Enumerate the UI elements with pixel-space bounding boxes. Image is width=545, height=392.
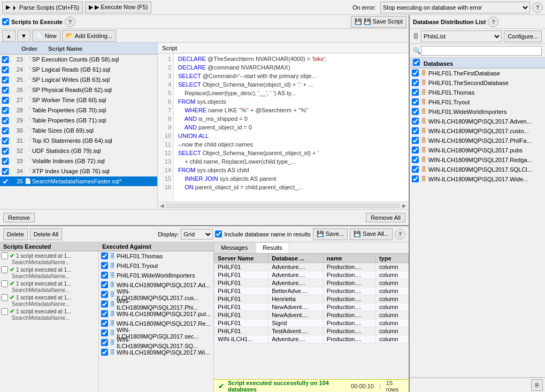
parse-scripts-button[interactable]: ▶ ⏵ Parse Scripts (Ctrl+F5) <box>2 2 83 13</box>
new-script-button[interactable]: 📄 New <box>32 30 60 42</box>
script-checkbox[interactable] <box>1 137 10 144</box>
exec-checkbox[interactable] <box>1 294 8 301</box>
script-checkbox[interactable] <box>1 127 10 134</box>
delete-all-button[interactable]: Delete All <box>30 228 62 240</box>
db-checkbox[interactable] <box>412 70 419 76</box>
against-row[interactable]: 🗄 WIN-ILCH1809MQP\SQL2017.Wi... <box>99 348 213 357</box>
db-list-select[interactable]: PhilsList <box>421 30 502 42</box>
table-row[interactable]: PHILF01Adventure....Production....column <box>214 271 409 279</box>
db-checkbox[interactable] <box>412 147 419 153</box>
results-col-header[interactable]: Database ... <box>268 254 324 263</box>
db-list-item[interactable]: 🗄 PHILF01.TheFirstDatabase <box>410 68 545 78</box>
script-list-item[interactable]: 29 📄 Table Properties (GB 71).sql <box>0 116 157 126</box>
db-checkbox[interactable] <box>412 156 419 163</box>
against-checkbox[interactable] <box>101 349 108 356</box>
against-checkbox[interactable] <box>101 320 108 327</box>
script-checkbox[interactable] <box>1 97 10 104</box>
db-checkbox[interactable] <box>412 108 419 115</box>
exec-group-header[interactable]: ✔ 1 script executed at 1... <box>1 266 97 273</box>
scripts-header-checkbox[interactable] <box>2 18 9 25</box>
db-list-item[interactable]: 🗄 WIN-ILCH1809MQP\SQL2017.PhilFa... <box>410 136 545 145</box>
against-row[interactable]: 🗄 WIN-ILCH1809MQP\SQL2017.pul... <box>99 309 213 319</box>
against-checkbox[interactable] <box>101 262 108 269</box>
lower-help-button[interactable]: ? <box>395 229 405 240</box>
copy-icon-button[interactable]: ⎘ <box>531 379 543 391</box>
db-search-input[interactable] <box>421 46 542 56</box>
db-checkbox[interactable] <box>412 89 419 96</box>
exec-group-header[interactable]: ✔ 1 script executed at 1... <box>1 252 97 259</box>
down-button[interactable]: ▼ <box>17 30 30 42</box>
results-col-header[interactable]: name <box>323 254 375 263</box>
against-row[interactable]: 🗄 WIN-ILCH1809MQP\SQL2017.SQ... <box>99 338 213 348</box>
table-row[interactable]: PHILF01NewAdvent....Production....column <box>214 303 409 311</box>
exec-checkbox[interactable] <box>1 266 8 273</box>
script-checkbox[interactable] <box>1 66 10 73</box>
db-all-checkbox[interactable] <box>413 59 420 66</box>
db-list-item[interactable]: 🗄 WIN-ILCH1809MQP\SQL2017.SQLCl... <box>410 165 545 174</box>
table-row[interactable]: PHILF01Adventure....Production....column <box>214 279 409 287</box>
against-checkbox[interactable] <box>101 252 108 259</box>
script-list-item[interactable]: 33 📄 Volatile Indexes (GB 72).sql <box>0 156 157 166</box>
script-checkbox[interactable] <box>1 178 10 185</box>
script-list-item[interactable]: 30 📄 Table Sizes (GB 69).sql <box>0 126 157 136</box>
script-checkbox[interactable] <box>1 87 10 94</box>
db-list-item[interactable]: 🗄 WIN-ILCH1809MQP\SQL2017.custo... <box>410 126 545 136</box>
db-list-item[interactable]: 🗄 PHILF01.Thomas <box>410 88 545 97</box>
against-row[interactable]: 🗄 PHILF01.Tryout <box>99 261 213 271</box>
configure-button[interactable]: Configure... <box>504 30 542 42</box>
script-checkbox[interactable] <box>1 158 10 165</box>
db-list-item[interactable]: 🗄 WIN-ILCH1809MQP\SQL2017.pubs <box>410 145 545 155</box>
db-list-item[interactable]: 🗄 PHILF01.Tryout <box>410 97 545 107</box>
db-list-item[interactable]: 🗄 PHILF01.WideWorldImporters <box>410 107 545 117</box>
db-checkbox[interactable] <box>412 79 419 86</box>
save-all-results-button[interactable]: 💾 Save All... <box>350 228 393 240</box>
add-existing-button[interactable]: 📂 Add Existing... <box>62 30 116 42</box>
exec-checkbox[interactable] <box>1 308 8 315</box>
against-checkbox[interactable] <box>101 339 108 346</box>
up-button[interactable]: ▲ <box>2 30 16 42</box>
script-checkbox[interactable] <box>1 56 10 63</box>
db-checkbox[interactable] <box>412 175 419 182</box>
db-list-item[interactable]: 🗄 WIN-ILCH1809MQP\SQL2017.Adven... <box>410 117 545 126</box>
code-content[interactable]: DECLARE @TheSearchterm NVARCHAR(4000) = … <box>174 53 409 202</box>
script-list-item[interactable]: 32 📄 UDF Statistics (GB 79).sql <box>0 146 157 156</box>
script-list-item[interactable]: 27 📄 SP Worker Time (GB 60).sql <box>0 95 157 105</box>
db-list-item[interactable]: 🗄 WIN-ILCH1809MQP\SQL2017.Redga... <box>410 155 545 165</box>
script-checkbox[interactable] <box>1 107 10 114</box>
save-script-button[interactable]: 💾 💾 Save Script <box>351 16 406 28</box>
script-list-item[interactable]: 26 📄 SP Physical Reads(GB 62).sql <box>0 85 157 95</box>
editor-scrollbar[interactable]: ◀ ▶ <box>158 202 409 209</box>
top-help-button[interactable]: ? <box>532 2 543 13</box>
delete-button[interactable]: Delete <box>3 228 28 240</box>
db-list-item[interactable]: 🗄 PHILF01.TheSecondDatabase <box>410 78 545 88</box>
exec-checkbox[interactable] <box>1 280 8 287</box>
against-checkbox[interactable] <box>101 291 108 298</box>
script-list-item[interactable]: 24 📄 SP Logical Reads (GB 61).sql <box>0 65 157 75</box>
db-checkbox[interactable] <box>412 118 419 125</box>
remove-button[interactable]: Remove <box>3 213 35 222</box>
against-checkbox[interactable] <box>101 301 108 308</box>
remove-all-button[interactable]: Remove All <box>366 213 405 222</box>
table-row[interactable]: PHILF01BetterAdve....Production....colum… <box>214 287 409 295</box>
exec-checkbox[interactable] <box>1 252 8 259</box>
order-col-header[interactable]: Order <box>21 45 37 52</box>
error-select[interactable]: Stop executing on database with error <box>380 2 530 13</box>
script-list-item[interactable]: 31 📄 Top IO Statements (GB 64).sql <box>0 136 157 146</box>
results-tab-messages[interactable]: Messages <box>214 242 255 253</box>
script-list-item[interactable]: 23 📄 SP Execution Counts (GB 58).sql <box>0 55 157 65</box>
against-checkbox[interactable] <box>101 272 108 279</box>
script-list-item[interactable]: 28 📄 Table Properties (GB 70).sql <box>0 105 157 116</box>
db-checkbox[interactable] <box>412 137 419 144</box>
include-db-checkbox[interactable] <box>215 230 222 237</box>
db-checkbox[interactable] <box>412 166 419 173</box>
save-results-button[interactable]: 💾 Save... <box>313 228 348 240</box>
table-row[interactable]: PHILF01TestAdvent....Production....colum… <box>214 327 409 335</box>
script-checkbox[interactable] <box>1 76 10 83</box>
execute-now-button[interactable]: ▶ ▶ Execute Now (F5) <box>85 2 151 13</box>
script-list-item[interactable]: 35 📄 SearchMetadataNamesFaster.sql* <box>0 176 157 187</box>
script-list-item[interactable]: 25 📄 SP Logical Writes (GB 63).sql <box>0 75 157 85</box>
exec-group-header[interactable]: ✔ 1 script executed at 1... <box>1 294 97 301</box>
exec-group-header[interactable]: ✔ 1 script executed at 1... <box>1 308 97 315</box>
table-row[interactable]: PHILF01NewAdvent....Production....column <box>214 311 409 319</box>
db-list-item[interactable]: 🗄 WIN-ILCH1809MQP\SQL2017.Wide... <box>410 174 545 184</box>
